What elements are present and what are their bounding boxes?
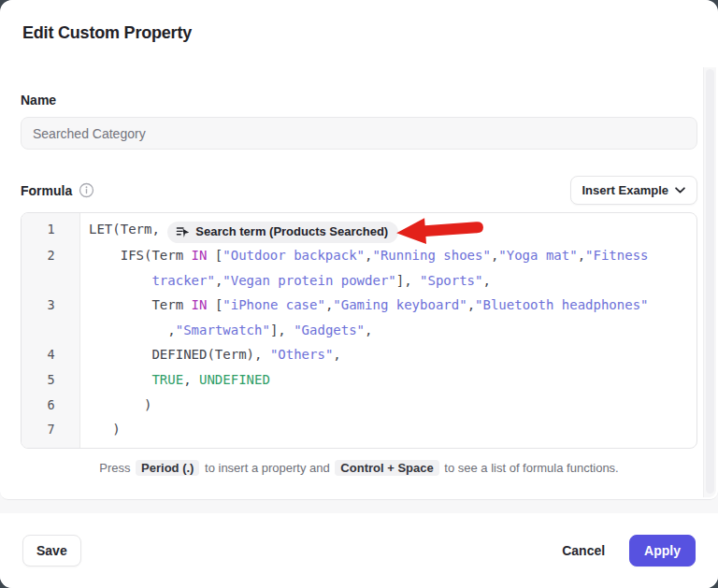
formula-label: Formula (21, 183, 72, 198)
code-token: , (183, 372, 199, 387)
code-content: TRUE, UNDEFINED (80, 367, 696, 393)
code-line: 3 Term IN ["iPhone case","Gaming keyboar… (22, 293, 696, 342)
code-token: "Sports" (420, 273, 482, 288)
code-token: "Running shoes" (372, 248, 490, 263)
code-token: , (89, 323, 176, 337)
code-token: IN (192, 248, 208, 263)
code-content: LET(Term, Search term (Products Searched… (80, 217, 696, 243)
code-token: LET(Term, (89, 222, 167, 237)
formula-editor[interactable]: 1LET(Term, Search term (Products Searche… (21, 212, 697, 449)
edit-custom-property-modal: Edit Custom Property Name Formula Insert… (0, 0, 718, 588)
hint-text: Press (99, 461, 134, 475)
code-token: "Vegan protein powder" (223, 273, 395, 288)
code-token: ], (270, 323, 294, 337)
name-field: Name (21, 92, 697, 150)
code-token: DEFINED(Term), (89, 347, 270, 362)
modal-footer: Save Cancel Apply (0, 513, 718, 588)
code-line: 7 ) (22, 417, 696, 442)
name-input[interactable] (21, 117, 697, 150)
code-token: , (482, 273, 490, 288)
code-token: [ (207, 297, 223, 312)
scrollbar-thumb[interactable] (706, 69, 714, 494)
footer-actions: Cancel Apply (558, 535, 696, 566)
insert-example-label: Insert Example (582, 183, 669, 197)
code-line: 6 ) (22, 393, 696, 418)
code-content: IFS(Term IN ["Outdoor backpack","Running… (80, 243, 696, 293)
code-token: UNDEFINED (199, 372, 270, 387)
code-token (89, 372, 151, 387)
code-token: ], (396, 273, 420, 288)
code-token: TRUE (151, 372, 183, 387)
code-token: IFS(Term (89, 248, 192, 263)
code-content: ) (80, 417, 696, 442)
scrollbar[interactable] (703, 67, 716, 497)
formula-editor-lines: 1LET(Term, Search term (Products Searche… (22, 213, 696, 448)
info-icon[interactable] (79, 182, 94, 198)
code-token: "Yoga mat" (498, 248, 577, 263)
code-content: Term IN ["iPhone case","Gaming keyboard"… (80, 293, 696, 342)
line-number: 5 (22, 367, 80, 393)
code-token: IN (192, 297, 208, 312)
code-line: 4 DEFINED(Term), "Others", (22, 342, 696, 367)
code-token: "Bluetooth headphones" (475, 297, 648, 312)
code-token: , (398, 222, 414, 237)
cancel-button[interactable]: Cancel (558, 536, 609, 566)
apply-button[interactable]: Apply (629, 535, 696, 566)
code-token: "Gadgets" (294, 323, 365, 337)
code-token: , (365, 323, 372, 337)
editor-hint: Press Period (.) to insert a property an… (21, 461, 697, 475)
kbd-chip: Period (.) (136, 460, 199, 476)
chevron-down-icon (675, 187, 685, 194)
line-number: 6 (22, 393, 80, 418)
code-token: ) (89, 397, 151, 412)
formula-label-group: Formula (21, 182, 94, 198)
code-token: , (578, 248, 585, 263)
hint-text: to see a list of formula functions. (441, 461, 619, 475)
code-line: 5 TRUE, UNDEFINED (22, 367, 696, 393)
code-token: , (333, 347, 340, 362)
code-token: "Outdoor backpack" (223, 248, 365, 263)
code-token: "Others" (270, 347, 333, 362)
search-term-icon (176, 225, 190, 239)
kbd-chip: Control + Space (335, 460, 438, 476)
code-token: ) (89, 422, 121, 437)
code-token: "Smartwatch" (176, 323, 270, 337)
code-token: , (467, 297, 475, 312)
property-chip-label: Search term (Products Searched) (195, 220, 388, 245)
hint-text: to insert a property and (201, 461, 333, 475)
line-number: 3 (22, 293, 80, 342)
line-number: 2 (22, 243, 80, 293)
formula-header: Formula Insert Example (21, 176, 697, 205)
code-line: 2 IFS(Term IN ["Outdoor backpack","Runni… (22, 243, 696, 293)
code-token: "iPhone case" (223, 297, 325, 312)
code-token: "Gaming keyboard" (333, 297, 467, 312)
code-content: DEFINED(Term), "Others", (80, 342, 696, 367)
code-line: 1LET(Term, Search term (Products Searche… (22, 217, 696, 243)
insert-example-button[interactable]: Insert Example (570, 176, 698, 205)
name-label: Name (21, 93, 56, 108)
page-title: Edit Custom Property (22, 23, 697, 43)
line-number: 1 (22, 217, 80, 243)
code-token: Term (89, 297, 192, 312)
code-token: [ (207, 248, 223, 263)
line-number: 4 (22, 342, 80, 367)
property-chip[interactable]: Search term (Products Searched) (167, 222, 398, 243)
save-button[interactable]: Save (22, 535, 81, 566)
code-content: ) (80, 393, 696, 418)
line-number: 7 (22, 417, 80, 442)
modal-content: Edit Custom Property Name Formula Insert… (0, 0, 718, 500)
